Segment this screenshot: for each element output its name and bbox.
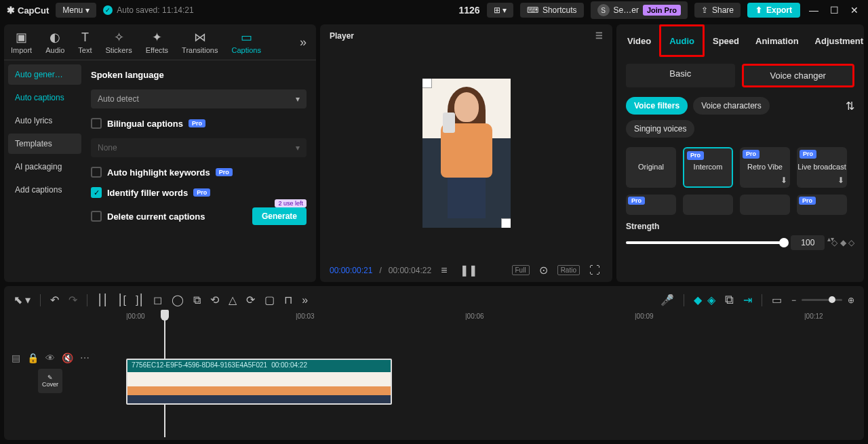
chevron-down-icon: ▾ bbox=[296, 94, 300, 104]
mirror-tool[interactable]: △ bbox=[229, 294, 237, 306]
voice-card[interactable] bbox=[740, 195, 790, 215]
player-stage[interactable] bbox=[320, 47, 612, 258]
full-button[interactable]: Full bbox=[512, 265, 530, 275]
undo-button[interactable]: ↶ bbox=[50, 294, 59, 306]
pill-singing-voices[interactable]: Singing voices bbox=[626, 120, 694, 138]
zoom-control[interactable]: − ⊕ bbox=[791, 296, 854, 305]
fullscreen-icon[interactable]: ⛶ bbox=[587, 264, 603, 277]
bilingual-select[interactable]: None ▾ bbox=[91, 138, 307, 157]
menu-button[interactable]: Menu ▾ bbox=[56, 3, 96, 18]
frame-tool[interactable]: ▢ bbox=[264, 294, 275, 306]
focus-icon[interactable]: ⊙ bbox=[536, 264, 551, 277]
tab-audio[interactable]: Audio bbox=[659, 24, 705, 57]
minimize-button[interactable]: — bbox=[807, 5, 821, 16]
more-icon[interactable]: ⋯ bbox=[80, 352, 90, 363]
layers-icon[interactable]: ▤ bbox=[12, 352, 20, 363]
select-tool[interactable]: ⬉ ▾ bbox=[14, 294, 31, 306]
player-menu-icon[interactable]: ☰ bbox=[595, 31, 603, 41]
maximize-button[interactable]: ☐ bbox=[827, 5, 841, 16]
strength-slider[interactable] bbox=[626, 241, 784, 244]
timeline-tracks[interactable]: 7756EC12-E9F5-4596-8D84-9163E4A5F021 00:… bbox=[96, 315, 864, 430]
join-pro-badge[interactable]: Join Pro bbox=[643, 5, 681, 16]
copy-tool[interactable]: ⧉ bbox=[193, 294, 201, 306]
lock-icon[interactable]: 🔒 bbox=[27, 352, 39, 363]
voice-live-broadcast[interactable]: ProLive broadcast⬇ bbox=[797, 147, 847, 188]
snap-track[interactable]: ◈ bbox=[707, 294, 715, 306]
reverse-tool[interactable]: ⟲ bbox=[210, 294, 219, 306]
profile-button[interactable]: S Se…er Join Pro bbox=[591, 1, 688, 19]
split-tool[interactable]: ⎮⎮ bbox=[97, 294, 108, 306]
nav-templates[interactable]: Templates bbox=[8, 134, 81, 154]
voice-card[interactable]: Pro bbox=[626, 195, 676, 215]
timeline-ruler[interactable]: |00:00 |00:03 |00:06 |00:09 |00:12 bbox=[4, 310, 864, 315]
eye-icon[interactable]: 👁 bbox=[45, 352, 55, 363]
download-icon: ⬇ bbox=[837, 176, 844, 185]
language-select[interactable]: Auto detect ▾ bbox=[91, 89, 307, 108]
layout-button[interactable]: ⊞ ▾ bbox=[487, 3, 513, 18]
nav-auto-generate[interactable]: Auto gener… bbox=[8, 64, 81, 85]
generate-button[interactable]: Generate bbox=[252, 207, 307, 225]
voice-intercom[interactable]: ProIntercom bbox=[683, 147, 733, 188]
mic-button[interactable]: 🎤 bbox=[660, 294, 674, 306]
more-tools[interactable]: » bbox=[302, 294, 308, 306]
tab-adjustment[interactable]: Adjustment bbox=[807, 24, 868, 57]
nav-auto-lyrics[interactable]: Auto lyrics bbox=[8, 110, 81, 131]
rotate-tool[interactable]: ⟳ bbox=[246, 294, 255, 306]
pen-icon: ✎ bbox=[47, 374, 53, 381]
tab-transitions[interactable]: ⋈Transitions bbox=[175, 30, 224, 54]
split-left-tool[interactable]: ⎮[ bbox=[117, 294, 125, 306]
share-button[interactable]: ⇪ Share bbox=[694, 3, 741, 18]
bilingual-checkbox[interactable] bbox=[91, 118, 102, 129]
strength-label: Strength bbox=[626, 222, 854, 231]
mute-icon[interactable]: 🔇 bbox=[62, 352, 73, 363]
tabs-more[interactable]: » bbox=[290, 35, 316, 49]
tab-import[interactable]: ▣Import bbox=[4, 30, 39, 54]
highlight-checkbox[interactable] bbox=[91, 167, 102, 178]
marker-tool[interactable]: ◯ bbox=[172, 294, 184, 306]
tab-text[interactable]: TText bbox=[71, 30, 98, 54]
split-right-tool[interactable]: ]⎮ bbox=[136, 294, 144, 306]
voice-card[interactable] bbox=[683, 195, 733, 215]
snap-magnet[interactable]: ◆ bbox=[694, 294, 702, 306]
preview-tool[interactable]: ▭ bbox=[772, 294, 782, 306]
tab-effects[interactable]: ✦Effects bbox=[139, 30, 175, 54]
shortcuts-button[interactable]: ⌨ Shortcuts bbox=[520, 3, 584, 18]
auto-snap[interactable]: ⇥ bbox=[743, 294, 752, 306]
redo-button[interactable]: ↷ bbox=[68, 294, 77, 306]
tab-video[interactable]: Video bbox=[619, 24, 659, 57]
tab-audio[interactable]: ◐Audio bbox=[39, 30, 71, 54]
filler-checkbox[interactable]: ✓ bbox=[91, 187, 102, 198]
voice-original[interactable]: Original bbox=[626, 147, 676, 188]
sort-icon[interactable]: ⇅ bbox=[846, 100, 854, 113]
freeze-tool[interactable]: ⊓ bbox=[284, 294, 292, 306]
tab-captions[interactable]: ▭Captions bbox=[224, 30, 267, 54]
pill-voice-characters[interactable]: Voice characters bbox=[693, 97, 770, 115]
link-tool[interactable]: ⧉ bbox=[725, 293, 734, 307]
voice-card[interactable]: Pro bbox=[797, 195, 847, 215]
uses-left-badge: 2 use left bbox=[275, 199, 307, 207]
pause-button[interactable]: ❚❚ bbox=[457, 264, 480, 277]
nav-add-captions[interactable]: Add captions bbox=[8, 180, 81, 200]
cover-button[interactable]: ✎ Cover bbox=[38, 369, 62, 393]
nav-ai-packaging[interactable]: AI packaging bbox=[8, 157, 81, 177]
subtab-voice-changer[interactable]: Voice changer bbox=[742, 64, 855, 87]
subtab-basic[interactable]: Basic bbox=[626, 64, 735, 87]
close-button[interactable]: ✕ bbox=[848, 5, 861, 16]
export-button[interactable]: ⬆ Export bbox=[747, 3, 800, 18]
compare-icon[interactable]: ≡ bbox=[438, 264, 450, 277]
ratio-button[interactable]: Ratio bbox=[557, 265, 580, 275]
stepper[interactable]: ▴▾ bbox=[827, 235, 834, 243]
keyframe-controls[interactable]: ◇ ◆ ◇ bbox=[831, 238, 854, 247]
strength-value[interactable]: 100 ▴▾ bbox=[791, 235, 825, 250]
pill-voice-filters[interactable]: Voice filters bbox=[626, 97, 688, 115]
video-preview[interactable] bbox=[422, 79, 511, 228]
voice-retro-vibe[interactable]: ProRetro Vibe⬇ bbox=[740, 147, 790, 188]
player-header: Player ☰ bbox=[320, 24, 612, 47]
nav-auto-captions[interactable]: Auto captions bbox=[8, 87, 81, 108]
crop-tool[interactable]: ◻ bbox=[153, 294, 162, 306]
video-clip[interactable]: 7756EC12-E9F5-4596-8D84-9163E4A5F021 00:… bbox=[126, 359, 392, 405]
tab-speed[interactable]: Speed bbox=[705, 24, 747, 57]
delete-captions-checkbox[interactable] bbox=[91, 211, 102, 222]
tab-stickers[interactable]: ✧Stickers bbox=[99, 30, 139, 54]
tab-animation[interactable]: Animation bbox=[747, 24, 807, 57]
